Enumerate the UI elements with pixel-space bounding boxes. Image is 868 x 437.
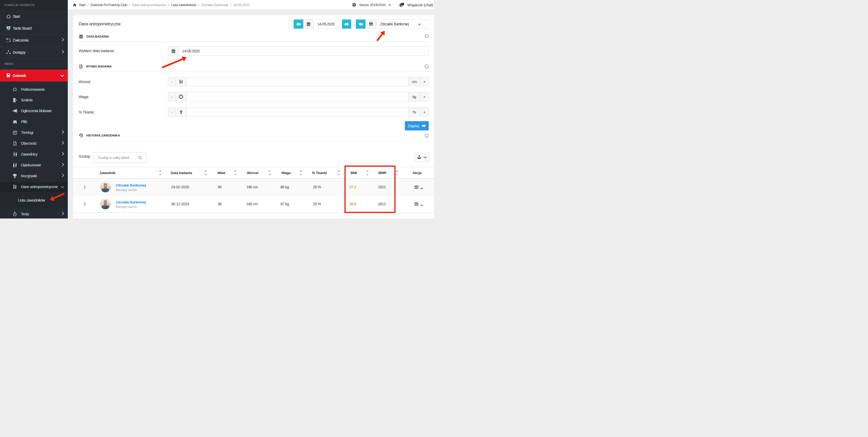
svg-text:31: 31 [14, 132, 16, 134]
